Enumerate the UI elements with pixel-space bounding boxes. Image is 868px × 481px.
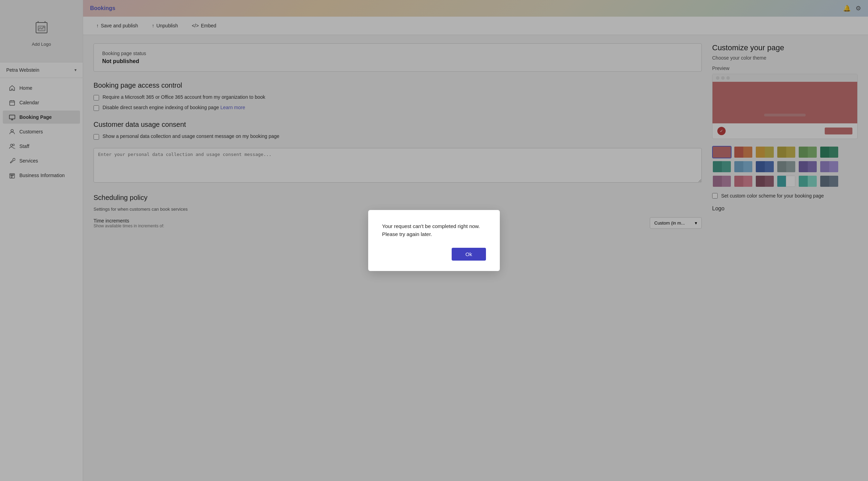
modal-message: Your request can't be completed right no… bbox=[382, 222, 486, 238]
modal-dialog: Your request can't be completed right no… bbox=[368, 210, 500, 271]
modal-actions: Ok bbox=[382, 248, 486, 261]
modal-ok-button[interactable]: Ok bbox=[452, 248, 486, 261]
modal-overlay[interactable]: Your request can't be completed right no… bbox=[0, 0, 868, 481]
